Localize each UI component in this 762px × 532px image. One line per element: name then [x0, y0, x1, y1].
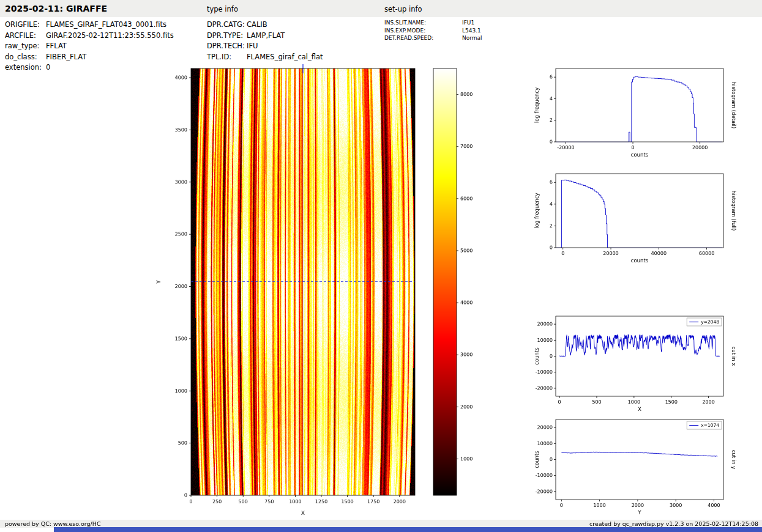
meta-label: do_class: — [5, 53, 46, 61]
cut-in-x-plot — [526, 306, 744, 417]
setup-info-block: INS.SLIT.NAME:IFU1 INS.EXP.MODE:L543.1 D… — [384, 20, 482, 43]
meta-label: DET.READ.SPEED: — [384, 35, 462, 41]
meta-row: INS.SLIT.NAME:IFU1 — [384, 20, 482, 28]
histogram-detail-plot — [526, 61, 744, 165]
meta-value: FFLAT — [46, 42, 67, 50]
meta-label: ARCFILE: — [5, 31, 46, 40]
footer-right-text: created by qc_rawdisp.py v1.2.3 on 2025-… — [589, 520, 758, 527]
meta-value: Normal — [462, 35, 482, 41]
meta-value: IFU1 — [462, 20, 474, 26]
meta-label: DPR.TYPE: — [207, 31, 247, 40]
meta-value: LAMP,FLAT — [247, 31, 285, 40]
type-info-block: DPR.CATG:CALIB DPR.TYPE:LAMP,FLAT DPR.TE… — [207, 20, 323, 63]
meta-row: ORIGFILE:FLAMES_GIRAF_FLAT043_0001.fits — [5, 20, 174, 31]
footer-left-text: powered by QC: www.eso.org/HC — [5, 520, 101, 527]
meta-value: 0 — [46, 63, 50, 72]
meta-label: DPR.CATG: — [207, 20, 247, 29]
meta-label: DPR.TECH: — [207, 42, 247, 50]
raw-image-heatmap — [147, 61, 428, 523]
setup-info-heading: set-up info — [384, 5, 422, 13]
meta-value: FLAMES_giraf_cal_flat — [247, 53, 323, 61]
meta-row: DPR.TECH:IFU — [207, 42, 323, 53]
meta-row: DPR.TYPE:LAMP,FLAT — [207, 31, 323, 42]
meta-row: DPR.CATG:CALIB — [207, 20, 323, 31]
meta-value: L543.1 — [462, 28, 481, 34]
meta-label: extension: — [5, 63, 46, 72]
meta-row: ARCFILE:GIRAF.2025-02-12T11:23:55.550.fi… — [5, 31, 174, 42]
meta-label: INS.EXP.MODE: — [384, 28, 462, 34]
meta-label: ORIGFILE: — [5, 20, 46, 29]
meta-row: DET.READ.SPEED:Normal — [384, 35, 482, 43]
qc-report-page: 2025-02-11: GIRAFFE type info set-up inf… — [0, 0, 762, 532]
type-info-heading: type info — [207, 5, 238, 13]
meta-value: CALIB — [247, 20, 267, 29]
bottom-accent-bar — [54, 527, 762, 532]
meta-row: raw_type:FFLAT — [5, 42, 174, 53]
meta-label: raw_type: — [5, 42, 46, 50]
meta-value: IFU — [247, 42, 258, 50]
colorbar — [428, 61, 487, 508]
meta-label: INS.SLIT.NAME: — [384, 20, 462, 26]
meta-value: FIBER_FLAT — [46, 53, 86, 61]
meta-value: GIRAF.2025-02-12T11:23:55.550.fits — [46, 31, 174, 40]
meta-value: FLAMES_GIRAF_FLAT043_0001.fits — [46, 20, 166, 29]
meta-label: TPL.ID: — [207, 53, 247, 61]
meta-row: INS.EXP.MODE:L543.1 — [384, 28, 482, 35]
histogram-full-plot — [526, 166, 744, 279]
header-bar: 2025-02-11: GIRAFFE type info set-up inf… — [0, 0, 762, 17]
page-title: 2025-02-11: GIRAFFE — [5, 4, 107, 13]
cut-in-y-plot — [526, 418, 744, 531]
